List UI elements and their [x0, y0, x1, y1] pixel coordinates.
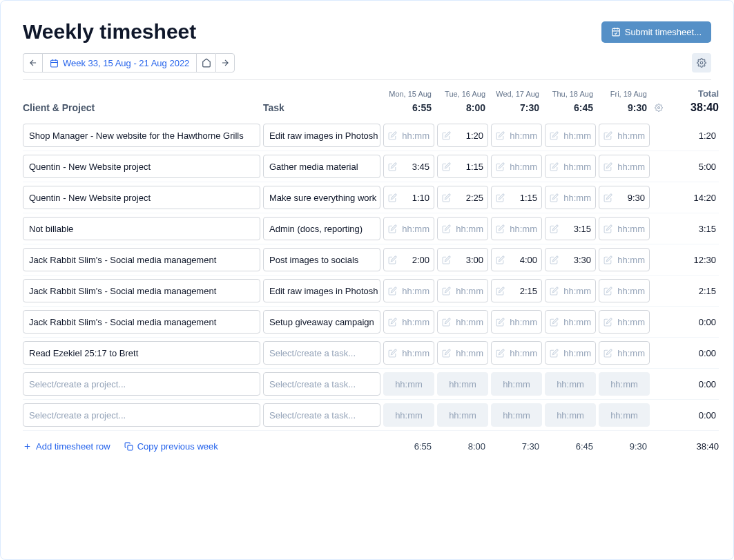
time-input[interactable]: hh:mm	[545, 124, 596, 147]
project-input[interactable]: Quentin - New Website project	[23, 155, 260, 178]
arrow-right-icon	[220, 58, 230, 68]
edit-icon	[496, 318, 505, 327]
time-input[interactable]: hh:mm	[599, 217, 650, 240]
time-input[interactable]: hh:mm	[383, 310, 434, 334]
next-week-button[interactable]	[215, 53, 235, 73]
project-input[interactable]: Jack Rabbit Slim's - Social media manage…	[23, 310, 260, 334]
time-input[interactable]: 2:15	[491, 279, 542, 302]
time-input[interactable]: hh:mm	[491, 124, 542, 147]
time-input[interactable]: 3:15	[545, 217, 596, 240]
day-header-total: 6:55	[383, 102, 434, 113]
edit-icon	[496, 224, 505, 233]
task-input[interactable]: Admin (docs, reporting)	[263, 217, 380, 240]
time-input[interactable]: hh:mm	[491, 341, 542, 365]
edit-icon	[603, 349, 612, 358]
time-input[interactable]: hh:mm	[599, 279, 650, 302]
project-input[interactable]: Read Ezekiel 25:17 to Brett	[23, 341, 260, 365]
time-input[interactable]: hh:mm	[599, 155, 650, 178]
time-input[interactable]: hh:mm	[437, 217, 488, 240]
time-input[interactable]: hh:mm	[545, 310, 596, 334]
time-input[interactable]: hh:mm	[599, 248, 650, 271]
page-title: Weekly timesheet	[23, 20, 196, 44]
time-input[interactable]: hh:mm	[599, 124, 650, 147]
time-input[interactable]: hh:mm	[599, 341, 650, 365]
settings-button[interactable]	[692, 53, 711, 73]
time-input[interactable]: hh:mm	[383, 124, 434, 147]
date-range-button[interactable]: Week 33, 15 Aug - 21 Aug 2022	[42, 53, 196, 73]
time-input[interactable]: hh:mm	[437, 279, 488, 302]
task-header: Task	[263, 102, 380, 113]
time-input[interactable]: hh:mm	[491, 155, 542, 178]
project-input[interactable]: Shop Manager - New website for the Hawth…	[23, 124, 260, 147]
time-input[interactable]: hh:mm	[545, 341, 596, 365]
time-input[interactable]: hh:mm	[545, 279, 596, 302]
time-input-disabled: hh:mm	[491, 372, 542, 396]
home-icon	[202, 58, 211, 68]
time-input[interactable]: hh:mm	[545, 186, 596, 209]
edit-icon	[442, 318, 451, 327]
edit-icon	[550, 287, 559, 296]
edit-icon	[550, 131, 559, 140]
time-input[interactable]: hh:mm	[383, 217, 434, 240]
footer-day-total: 6:45	[545, 441, 596, 452]
task-input[interactable]: Edit raw images in Photosh ...	[263, 279, 380, 302]
project-input[interactable]: Select/create a project...	[23, 403, 260, 427]
day-header-label: Thu, 18 Aug	[545, 90, 596, 98]
project-input[interactable]: Quentin - New Website project	[23, 186, 260, 209]
day-header-label: Wed, 17 Aug	[491, 90, 542, 98]
time-input[interactable]: 1:15	[437, 155, 488, 178]
time-input[interactable]: hh:mm	[437, 341, 488, 365]
time-input[interactable]: hh:mm	[437, 310, 488, 334]
time-input[interactable]: 3:45	[383, 155, 434, 178]
task-input[interactable]: Select/create a task...	[263, 341, 380, 365]
time-input[interactable]: 2:25	[437, 186, 488, 209]
task-input[interactable]: Select/create a task...	[263, 372, 380, 396]
time-input[interactable]: 1:10	[383, 186, 434, 209]
task-input[interactable]: Select/create a task...	[263, 403, 380, 427]
edit-icon	[442, 193, 451, 202]
time-input[interactable]: hh:mm	[599, 310, 650, 334]
copy-icon	[124, 442, 133, 451]
add-row-button[interactable]: Add timesheet row	[23, 441, 110, 452]
svg-rect-0	[612, 28, 619, 36]
time-input[interactable]: hh:mm	[491, 217, 542, 240]
prev-week-button[interactable]	[23, 53, 42, 73]
time-input[interactable]: 1:15	[491, 186, 542, 209]
task-input[interactable]: Edit raw images in Photosh ...	[263, 124, 380, 147]
task-input[interactable]: Post images to socials	[263, 248, 380, 271]
edit-icon	[442, 162, 451, 171]
edit-icon	[496, 255, 505, 264]
project-input[interactable]: Not billable	[23, 217, 260, 240]
edit-icon	[550, 349, 559, 358]
task-input[interactable]: Make sure everything work ...	[263, 186, 380, 209]
time-input[interactable]: 1:20	[437, 124, 488, 147]
time-input[interactable]: hh:mm	[545, 155, 596, 178]
column-settings-button[interactable]	[653, 104, 665, 112]
time-input[interactable]: hh:mm	[383, 341, 434, 365]
row-total: 0:00	[668, 348, 719, 358]
submit-timesheet-button[interactable]: Submit timesheet...	[601, 21, 711, 43]
day-header-label: Tue, 16 Aug	[437, 90, 488, 98]
task-input[interactable]: Gather media material	[263, 155, 380, 178]
time-input[interactable]: 3:30	[545, 248, 596, 271]
row-total: 1:20	[668, 131, 719, 141]
task-input[interactable]: Setup giveaway campaign	[263, 310, 380, 334]
time-input[interactable]: 3:00	[437, 248, 488, 271]
time-input[interactable]: 2:00	[383, 248, 434, 271]
project-input[interactable]: Select/create a project...	[23, 372, 260, 396]
gear-icon	[655, 104, 663, 112]
copy-week-button[interactable]: Copy previous week	[124, 441, 218, 452]
day-header-label: Fri, 19 Aug	[599, 90, 650, 98]
edit-icon	[550, 162, 559, 171]
footer-day-total: 6:55	[383, 441, 434, 452]
edit-icon	[603, 224, 612, 233]
time-input[interactable]: 9:30	[599, 186, 650, 209]
footer-day-total: 8:00	[437, 441, 488, 452]
project-input[interactable]: Jack Rabbit Slim's - Social media manage…	[23, 279, 260, 302]
time-input[interactable]: hh:mm	[491, 310, 542, 334]
project-input[interactable]: Jack Rabbit Slim's - Social media manage…	[23, 248, 260, 271]
today-button[interactable]	[196, 53, 215, 73]
edit-icon	[550, 193, 559, 202]
time-input[interactable]: 4:00	[491, 248, 542, 271]
time-input[interactable]: hh:mm	[383, 279, 434, 302]
